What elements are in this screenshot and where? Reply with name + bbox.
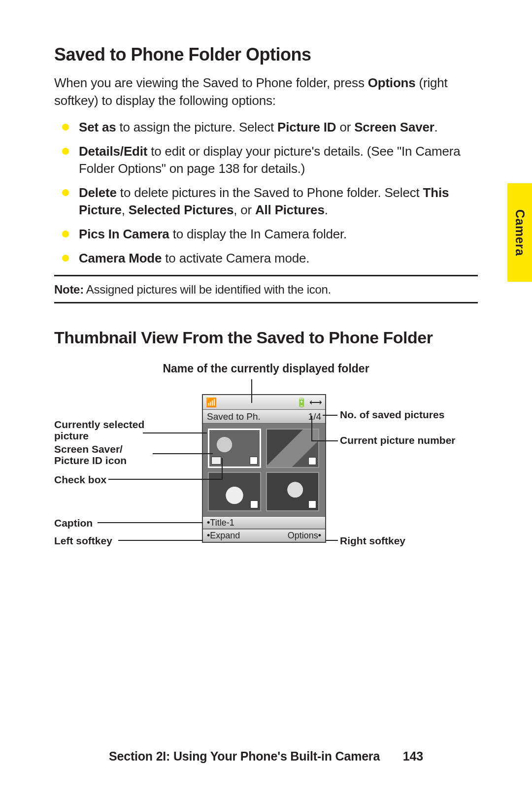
leader-line: [143, 432, 207, 433]
divider: [54, 302, 478, 303]
checkbox-icon: [308, 500, 316, 508]
thumbnail: [266, 472, 319, 511]
page-footer: Section 2I: Using Your Phone's Built-in …: [0, 749, 532, 764]
heading-thumbnail-view: Thumbnail View From the Saved to Phone F…: [54, 328, 478, 347]
list-item: Details/Edit to edit or display your pic…: [79, 143, 478, 177]
thumbnail-diagram: 📶 🔋 ⟷ Saved to Ph. 1/4: [54, 379, 478, 591]
checkbox-icon: [250, 457, 258, 465]
status-bar: 📶 🔋 ⟷: [203, 395, 325, 410]
leader-line: [251, 379, 252, 403]
picture-counter: 1/4: [308, 411, 321, 422]
leader-line: [311, 440, 338, 441]
label-screen-saver-icon: Screen Saver/ Picture ID icon: [54, 443, 153, 466]
folder-title: Saved to Ph.: [207, 411, 261, 422]
page-number: 143: [403, 749, 423, 763]
leader-line: [98, 522, 203, 523]
leader-line: [153, 453, 213, 454]
right-softkey: Options•: [288, 531, 321, 541]
label-left-softkey: Left softkey: [54, 535, 112, 546]
note-text: Assigned pictures will be identified wit…: [84, 283, 331, 296]
phone-screen: 📶 🔋 ⟷ Saved to Ph. 1/4: [202, 394, 326, 543]
label-check-box: Check box: [54, 474, 106, 485]
heading-saved-folder-options: Saved to Phone Folder Options: [54, 44, 478, 65]
callout-folder-name: Name of the currently displayed folder: [54, 362, 478, 375]
leader-line: [326, 540, 338, 541]
list-item: Set as to assign the picture. Select Pic…: [79, 119, 478, 136]
label-caption: Caption: [54, 517, 93, 529]
page-body: Saved to Phone Folder Options When you a…: [0, 0, 532, 621]
leader-line: [108, 479, 222, 480]
list-item: Delete to delete pictures in the Saved t…: [79, 184, 478, 219]
intro-bold: Options: [368, 75, 416, 90]
leader-line: [118, 540, 203, 541]
caption-bar: •Title-1: [203, 516, 325, 529]
note-line: Note: Assigned pictures will be identifi…: [54, 279, 478, 300]
checkbox-icon: [250, 500, 258, 508]
softkey-bar: •Expand Options•: [203, 529, 325, 542]
note-label: Note:: [54, 283, 84, 296]
label-right-softkey: Right softkey: [340, 535, 405, 546]
options-list: Set as to assign the picture. Select Pic…: [54, 119, 478, 267]
label-no-saved: No. of saved pictures: [340, 409, 444, 420]
battery-icon: 🔋 ⟷: [296, 397, 322, 408]
list-item: Camera Mode to activate Camera mode.: [79, 250, 478, 267]
divider: [54, 275, 478, 276]
thumbnail-selected: [208, 429, 261, 468]
picture-id-icon: [211, 457, 221, 465]
intro-paragraph: When you are viewing the Saved to Phone …: [54, 74, 478, 110]
leader-line: [222, 458, 223, 480]
label-current-num: Current picture number: [340, 434, 456, 446]
intro-pre: When you are viewing the Saved to Phone …: [54, 75, 368, 90]
footer-section: Section 2I: Using Your Phone's Built-in …: [109, 749, 380, 763]
leader-line: [311, 416, 312, 441]
signal-icon: 📶: [206, 397, 217, 408]
list-item: Pics In Camera to display the In Camera …: [79, 226, 478, 243]
folder-title-bar: Saved to Ph. 1/4: [203, 410, 325, 424]
left-softkey: •Expand: [207, 531, 240, 541]
checkbox-icon: [308, 457, 316, 465]
leader-line: [323, 415, 337, 416]
thumbnail: [208, 472, 261, 511]
label-currently-selected: Currently selected picture: [54, 419, 153, 441]
